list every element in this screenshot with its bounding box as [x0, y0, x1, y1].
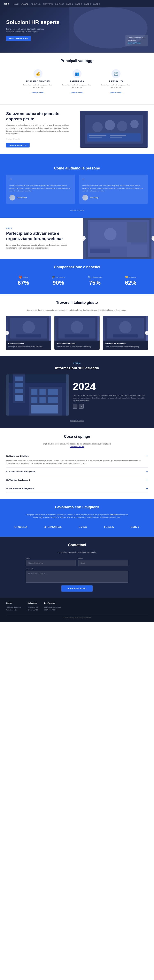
vantaggi-title: Principali vantaggi	[0, 52, 154, 67]
faq-item: 04. Performance Management +	[6, 484, 148, 493]
info-img-link-text[interactable]: Immagini di Freepik	[70, 420, 84, 422]
hero-cta-button[interactable]: PER SAPERNE DI PIÙ	[6, 36, 31, 41]
stat-label: Mentoring	[129, 276, 137, 278]
svg-point-24	[71, 321, 83, 333]
faq-question[interactable]: 01. Recruitment Staffing −	[6, 454, 148, 457]
nav-link[interactable]: ABOUT US	[31, 3, 40, 5]
vantaggio-link[interactable]: SAPERE DI PIÙ	[71, 92, 83, 94]
vantaggio-icon: 🔄	[111, 69, 121, 78]
message-input[interactable]	[26, 571, 129, 582]
nav-link[interactable]: PAGE 1	[66, 3, 73, 5]
stat-label-top: 🎁 Benefit	[17, 275, 29, 279]
partner-logo: TESLA	[104, 525, 114, 528]
stat-label: Reclutamento	[92, 276, 102, 278]
info-text: 2024 Lorem ipsum dolor sit amet, consect…	[73, 382, 148, 409]
soluzioni-cta-button[interactable]: PER SAPERE DI PIÙ	[6, 143, 30, 148]
partecipiamo-text: NEWS Partecipiamo attivamente e organizz…	[0, 221, 83, 256]
stat-icon: 🔍	[88, 275, 91, 279]
hero-phone[interactable]: (360) 927-7993	[128, 42, 141, 44]
trovare-prev-button[interactable]: ‹	[5, 331, 9, 335]
vantaggio-link[interactable]: SAPERE DI PIÙ	[110, 92, 122, 94]
nav-link[interactable]: PAGE 2	[75, 3, 82, 5]
faq-toggle-icon: −	[146, 454, 148, 457]
compensazione-section: Compensazione e benefici 🎁 Benefit 67% 🎓…	[0, 259, 154, 294]
nav-link[interactable]: PAGE 6	[84, 3, 91, 5]
nav-links: HOMELAVOROABOUT USOUR TEAMCONTACTPAGE 1P…	[13, 2, 100, 6]
nav-link[interactable]: CONTACT	[55, 3, 64, 5]
trovare-title: Trovare il talento giusto	[6, 301, 148, 309]
svg-rect-40	[48, 389, 58, 395]
faq-list: 01. Recruitment Staffing − Answer: Lorem…	[6, 452, 148, 493]
info-next-button[interactable]: ›	[79, 404, 84, 409]
stat-label: Formazione	[56, 276, 65, 278]
faq-question[interactable]: 04. Performance Management +	[6, 487, 148, 490]
partecipiamo-title: Partecipiamo attivamente e organizziamo …	[6, 231, 77, 241]
form-field-email: Email	[26, 557, 76, 566]
footer-col-title: Los Angeles	[44, 602, 61, 604]
vantaggio-link[interactable]: SAPERE DI PIÙ	[32, 92, 44, 94]
testimonial-card: " Lorem ipsum dolor sit amet, consectetu…	[79, 175, 148, 204]
faq-toggle-icon: +	[146, 470, 148, 473]
nav-link[interactable]: LAVORO	[21, 3, 29, 5]
svg-rect-38	[31, 389, 37, 395]
partecipiamo-desc: Lorem ipsum dolor sit amet, consectetur …	[6, 244, 77, 249]
partecipiamo-prev-button[interactable]: ‹	[81, 236, 86, 241]
faq-question[interactable]: 03. Training Development +	[6, 478, 148, 482]
info-image	[6, 374, 69, 415]
soluzioni-section: Soluzioni concrete pensate apposta per t…	[0, 105, 154, 154]
stat-icon: 🤝	[125, 275, 129, 279]
come-title: Come aiutiamo le persone	[6, 160, 148, 175]
hero-contact: Chiama 24 ore su 24 / 7 Domande? (360) 9…	[125, 35, 148, 46]
stat-number: 67%	[17, 280, 29, 286]
vantaggio-item: 👥 ESPERIENZA Lorem ipsum dolor sit amet,…	[60, 69, 94, 94]
form-row-email-name: Email Name	[26, 557, 129, 566]
trovare-cards-wrapper: ‹ Ricerca esecutiva Lorem ipsum dolor si…	[6, 316, 148, 350]
submit-button[interactable]: INVIA MESSAGGIO	[61, 585, 93, 592]
nav-logo[interactable]: logo	[4, 2, 9, 5]
svg-rect-21	[16, 334, 41, 337]
svg-rect-16	[127, 222, 148, 242]
svg-rect-25	[65, 334, 89, 337]
svg-point-4	[117, 121, 127, 131]
testimonials-grid: " Lorem ipsum dolor sit amet, consectetu…	[6, 175, 148, 204]
author-avatar	[10, 195, 15, 200]
navbar: logo HOMELAVOROABOUT USOUR TEAMCONTACTPA…	[0, 0, 154, 7]
svg-rect-35	[15, 389, 23, 393]
stat-icon: 🎓	[52, 275, 55, 279]
stat-item: 🎓 Formazione 90%	[52, 275, 65, 286]
footer-column: Melbourne Telephone: 921Not rather, AB1	[27, 602, 38, 611]
faq-item: 03. Training Development +	[6, 476, 148, 484]
vantaggio-desc: Lorem ipsum dolor sit amet, consectetur …	[22, 84, 54, 89]
lavoriamo-title: Lavoriamo con i migliori!	[6, 505, 148, 514]
come-img-link-text[interactable]: Immagini di Freepik	[70, 209, 84, 211]
vantaggio-title: FLESSIBILITÀ	[100, 80, 132, 83]
vantaggio-icon: 💰	[33, 69, 43, 78]
cosa-title: Cosa ci spinge	[6, 434, 148, 443]
trovare-card-img	[6, 316, 51, 340]
stat-item: 🤝 Mentoring 62%	[125, 275, 137, 286]
footer-column: Los Angeles 308 Main St, Saramento65671,…	[44, 602, 61, 611]
trovare-section: Trovare il talento giusto Lorem ipsum do…	[0, 294, 154, 356]
nav-link[interactable]: HOME	[13, 3, 19, 5]
trovare-card-title: Soluzioni HR innovative	[105, 343, 146, 345]
hero-section: Soluzioni HR esperte Sample logo text. L…	[0, 7, 154, 52]
footer-col-title: Melbourne	[27, 602, 38, 604]
stat-number: 90%	[52, 280, 65, 286]
info-prev-button[interactable]: ‹	[73, 404, 78, 409]
nav-link[interactable]: OUR TEAM	[43, 3, 52, 5]
testimonial-author: Paolo Fabio	[10, 195, 71, 200]
lavoriamo-section: Lavoriamo con i migliori! Paragraph. Lor…	[0, 499, 154, 537]
vantaggio-item: 💰 RISPARMIO SUI COSTI Lorem ipsum dolor …	[22, 69, 54, 94]
svg-rect-8	[89, 137, 102, 138]
faq-question[interactable]: 02. Compensation Management +	[6, 470, 148, 473]
partecipiamo-image: ‹ ›	[83, 218, 154, 259]
nav-link[interactable]: PAGE 8	[94, 3, 100, 5]
form-field-message: Messaggio	[26, 568, 129, 582]
svg-point-3	[105, 120, 115, 130]
name-input[interactable]	[78, 560, 129, 566]
footer-col-title: Sidney	[6, 602, 21, 604]
vantaggio-desc: Lorem ipsum dolor sit amet, consectetur …	[60, 84, 94, 89]
email-input[interactable]	[26, 560, 76, 566]
info-content: 2024 Lorem ipsum dolor sit amet, consect…	[6, 374, 148, 415]
trovare-next-button[interactable]: ›	[145, 331, 149, 335]
